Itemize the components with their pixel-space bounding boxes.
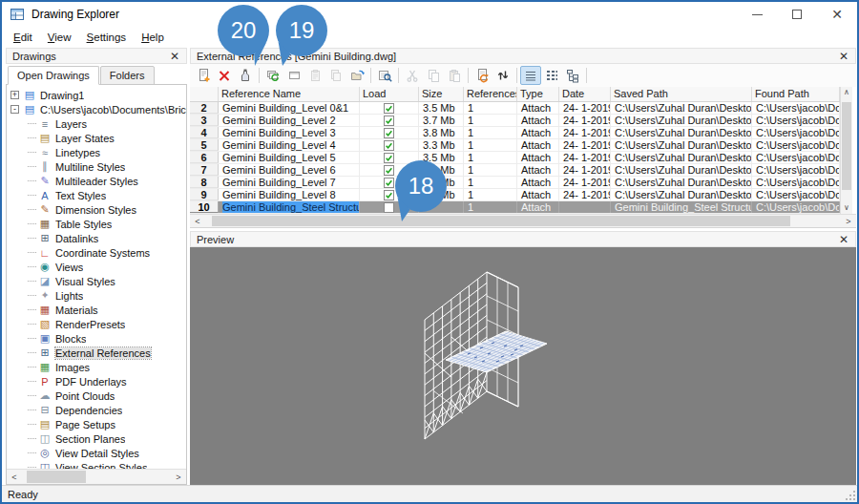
tab-folders[interactable]: Folders [100,66,155,85]
cell-date: 24- 1-2019 [559,139,611,151]
col-header-type[interactable]: Type [517,87,559,101]
scroll-right-icon[interactable]: > [841,217,856,226]
menu-settings[interactable]: Settings [79,29,135,46]
tab-open-drawings[interactable]: Open Drawings [8,66,99,85]
tree-hscroll-thumb[interactable] [27,471,86,483]
load-checkbox-checked[interactable] [384,140,394,151]
xref-row-3[interactable]: 3Gemini Building_Level 23.7 Mb1Attach24-… [190,115,840,127]
cell-found: C:\Users\jacob\Documen [752,139,840,151]
cell-refs: 1 [464,152,517,163]
menu-help[interactable]: Help [134,29,172,46]
tree-item-materials[interactable]: ▦Materials [7,303,186,317]
refresh-button[interactable] [492,66,513,85]
xref-row-6[interactable]: 6Gemini Building_Level 53.5 Mb1Attach24-… [190,152,840,164]
drawings-panel-close-icon[interactable]: ✕ [168,51,181,62]
selected-name-text: Gemini Building_Steel Structure [222,201,360,213]
table-hscroll-thumb[interactable] [212,216,790,226]
col-header-found[interactable]: Found Path [752,87,840,101]
tree-item-view-detail-styles[interactable]: ◎View Detail Styles [7,446,186,460]
pdf-underlays-icon: P [37,376,52,388]
tree-item-section-planes[interactable]: ◫Section Planes [7,431,186,446]
xref-browse-button[interactable] [374,66,395,85]
toolbar-separator [370,68,371,83]
tree-item-drawing1[interactable]: +▤Drawing1 [7,88,186,102]
tree-item-visual-styles[interactable]: ◪Visual Styles [7,274,186,288]
reload-all-button[interactable] [471,66,492,85]
tree-item-datalinks[interactable]: ⊞Datalinks [7,231,186,245]
tree-item-label: Linetypes [55,147,100,158]
table-hscrollbar[interactable]: < > [190,214,856,227]
tree-item-views[interactable]: ◉Views [7,260,186,274]
cell-refs: 1 [464,139,517,151]
scroll-down-icon[interactable]: ∨ [844,202,849,214]
tree-item-layers[interactable]: ≡Layers [7,116,186,131]
col-header-size[interactable]: Size [419,87,464,101]
scroll-left-icon[interactable]: < [190,217,205,226]
tree-hscrollbar[interactable]: < > [7,469,186,484]
tree-item-blocks[interactable]: ▣Blocks [7,331,186,346]
cell-num: 10 [190,201,219,213]
cell-num: 3 [190,115,219,126]
tree-item-dimension-styles[interactable]: ✎Dimension Styles [7,202,186,217]
expand-icon[interactable]: + [10,91,19,99]
menu-view[interactable]: View [40,29,79,46]
minimize-button[interactable] [737,2,777,27]
scroll-right-icon[interactable]: > [171,472,186,482]
table-vscrollbar[interactable]: ∧ ∨ [840,87,852,214]
xref-row-9[interactable]: 9Gemini Building_Level 83.7 Mb1Attach24-… [190,189,840,201]
tree-item-table-styles[interactable]: ▦Table Styles [7,217,186,231]
tree-item-layer-states[interactable]: ▤Layer States [7,131,186,145]
col-header-num[interactable] [190,87,219,101]
load-checkbox-checked[interactable] [384,103,394,114]
tree-item-lights[interactable]: ✦Lights [7,288,186,303]
xref-row-8[interactable]: 8Gemini Building_Level 73.6 Mb1Attach24-… [190,177,840,189]
close-button[interactable]: ✕ [817,2,857,27]
resize-grip[interactable] [846,491,855,500]
scroll-left-icon[interactable]: < [7,472,22,482]
cell-saved: C:\Users\Zuhal Duran\Desktop\confe [611,139,752,151]
tree-item-text-styles[interactable]: AText Styles [7,188,186,202]
tree-item-renderpresets[interactable]: ▧RenderPresets [7,317,186,331]
xref-open-button[interactable] [346,66,367,85]
tree-item-images[interactable]: ▦Images [7,360,186,374]
cell-type: Attach [517,102,559,114]
col-header-refs[interactable]: References [464,87,517,101]
tree-item-page-setups[interactable]: ▤Page Setups [7,417,186,431]
tree-item-linetypes[interactable]: ≈Linetypes [7,145,186,159]
cell-type: Attach [517,164,559,176]
col-header-saved[interactable]: Saved Path [611,87,752,101]
col-header-load[interactable]: Load [360,87,419,101]
tree-item-coordinate-systems[interactable]: ∟Coordinate Systems [7,245,186,260]
xref-panel-close-icon[interactable]: ✕ [837,51,850,62]
tree-item-view-section-styles[interactable]: ◫View Section Styles [7,460,186,469]
xref-row-10[interactable]: 10Gemini Building_Steel Structure1Attach… [190,201,840,214]
xref-row-4[interactable]: 4Gemini Building_Level 33.8 Mb1Attach24-… [190,127,840,139]
collapse-icon[interactable]: - [10,105,19,114]
col-header-date[interactable]: Date [559,87,611,101]
scroll-up-icon[interactable]: ∧ [844,87,849,98]
views-icon-button[interactable] [541,66,562,85]
preview-panel-close-icon[interactable]: ✕ [837,234,850,245]
cell-name: Gemini Building_Level 5 [219,152,360,163]
load-checkbox-checked[interactable] [384,128,394,138]
xref-row-7[interactable]: 7Gemini Building_Level 63.5 Mb1Attach24-… [190,164,840,177]
xref-row-5[interactable]: 5Gemini Building_Level 43.3 Mb1Attach24-… [190,139,840,152]
cell-name: Gemini Building_Level 8 [219,189,360,200]
tree-item-external-references[interactable]: ⊞External References [7,346,186,360]
load-checkbox-checked[interactable] [384,116,394,126]
col-header-name[interactable]: Reference Name [219,87,360,101]
xref-insert-icon [328,68,344,83]
tree-item-multileader-styles[interactable]: ✎Multileader Styles [7,174,186,188]
tree-item-multiline-styles[interactable]: ∥Multiline Styles [7,159,186,174]
tree-item-pdf-underlays[interactable]: PPDF Underlays [7,374,186,388]
tree-item-dependencies[interactable]: ⊟Dependencies [7,403,186,417]
maximize-button[interactable] [777,2,817,27]
menu-edit[interactable]: Edit [6,29,40,46]
tree-item-point-clouds[interactable]: ☁Point Clouds [7,388,186,403]
xref-row-2[interactable]: 2Gemini Building_Level 0&13.5 Mb1Attach2… [190,102,840,115]
table-vscroll-thumb[interactable] [842,102,851,190]
view-details-button[interactable] [520,66,541,85]
tree-item-c-users-jacob-documents-bricsys[interactable]: -▤C:\Users\jacob\Documents\Bricsys [7,102,186,116]
view-tree-button[interactable] [562,66,583,85]
xref-attach-button[interactable] [193,66,214,85]
